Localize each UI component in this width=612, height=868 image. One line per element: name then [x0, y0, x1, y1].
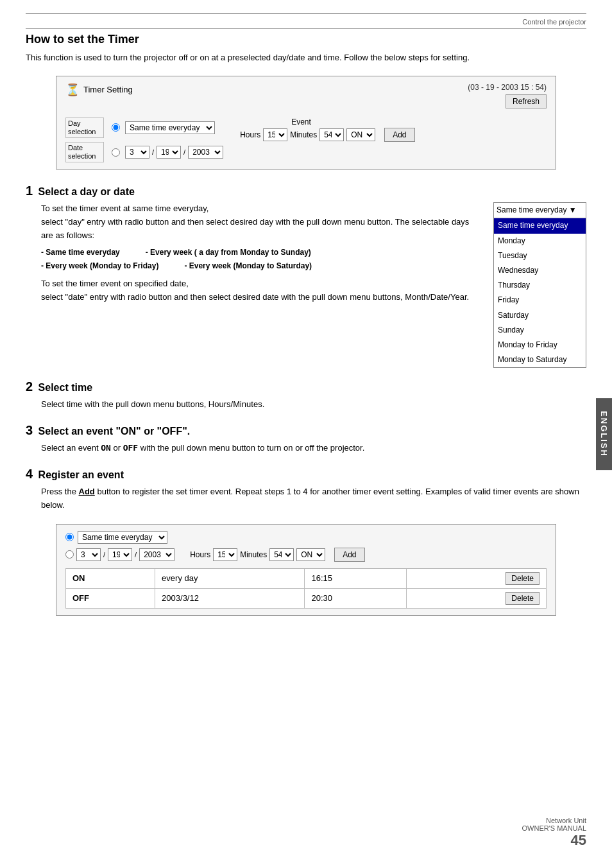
slash1: / — [152, 148, 154, 156]
step2: 2 Select time Select time with the pull … — [26, 379, 586, 412]
timer-setting-box: ⏳ Timer Setting (03 - 19 - 2003 15 : 54)… — [56, 76, 556, 170]
status-on: ON — [66, 568, 155, 588]
network-unit-label: Network Unit — [522, 817, 587, 824]
page-title: How to set the Timer — [26, 33, 586, 46]
bullet-same-time: - Same time everyday — [41, 247, 120, 259]
delete-button-1[interactable]: Delete — [506, 572, 540, 585]
dropdown-aside: Same time everyday ▼ Same time everyday … — [493, 202, 586, 368]
step2-num: 2 — [26, 379, 33, 394]
step2-heading: Select time — [38, 382, 92, 393]
status-off: OFF — [66, 588, 155, 608]
step3: 3 Select an event "ON" or "OFF". Select … — [26, 423, 586, 455]
step1-heading: Select a day or date — [38, 186, 135, 197]
dropdown-header[interactable]: Same time everyday ▼ — [494, 203, 586, 218]
dropdown-item-same-time[interactable]: Same time everyday — [494, 218, 586, 233]
slash2: / — [183, 148, 185, 156]
time-1615: 16:15 — [305, 568, 406, 588]
date-selection-label: Dateselection — [65, 142, 104, 162]
add-button[interactable]: Add — [384, 128, 414, 142]
event-label: Event — [291, 117, 311, 126]
year-dropdown2[interactable]: 2003 — [139, 548, 174, 561]
intro-text: This function is used to turn the projec… — [26, 51, 586, 64]
timer-title: Timer Setting — [83, 85, 133, 94]
schedule-date: 2003/3/12 — [155, 588, 305, 608]
bullet-every-week-any: - Every week ( a day from Monday to Sund… — [146, 247, 311, 259]
step4-num: 4 — [26, 467, 33, 481]
refresh-button[interactable]: Refresh — [506, 94, 547, 108]
dropdown-item-friday[interactable]: Friday — [494, 293, 586, 308]
add-button2[interactable]: Add — [334, 548, 364, 562]
minutes-label: Minutes — [290, 130, 317, 139]
step1-para3: To set the timer event on specified date… — [41, 277, 480, 291]
bullet-mon-fri: - Every week (Monday to Friday) — [41, 260, 158, 272]
dropdown-item-sunday[interactable]: Sunday — [494, 323, 586, 338]
minutes-label2: Minutes — [240, 550, 267, 559]
dropdown-item-saturday[interactable]: Saturday — [494, 308, 586, 323]
on-off-dropdown[interactable]: ON OFF — [346, 128, 375, 141]
hours-label2: Hours — [190, 550, 210, 559]
english-tab: ENGLISH — [596, 398, 612, 470]
step1-num: 1 — [26, 184, 33, 198]
step1: 1 Select a day or date To set the timer … — [26, 184, 586, 368]
day-dropdown[interactable]: Same time everyday Monday Tuesday Wednes… — [125, 121, 215, 134]
dropdown-item-mon-sat[interactable]: Monday to Saturday — [494, 352, 586, 367]
delete-button-2[interactable]: Delete — [506, 592, 540, 605]
to-text: to — [294, 487, 301, 496]
dropdown-item-thursday[interactable]: Thursday — [494, 278, 586, 293]
hours-dropdown[interactable]: 15 — [263, 128, 287, 141]
timer-box2: Same time everyday 3 / 19 / 2003 Hours 1… — [56, 524, 556, 616]
table-row: ON every day 16:15 Delete — [66, 568, 547, 588]
date-radio2[interactable] — [65, 550, 74, 559]
step1-para2: select "day" entry with radio button and… — [41, 216, 480, 243]
dropdown-item-wednesday[interactable]: Wednesday — [494, 263, 586, 278]
step1-para4: select "date" entry with radio button an… — [41, 291, 480, 304]
step3-body: Select an event ON or OFF with the pull … — [41, 442, 586, 455]
minutes-dropdown[interactable]: 54 — [319, 128, 344, 141]
slash3: / — [103, 551, 105, 559]
month-dropdown2[interactable]: 3 — [76, 548, 101, 561]
hours-label: Hours — [240, 130, 260, 139]
year-dropdown[interactable]: 2003 — [188, 146, 223, 159]
event-table: ON every day 16:15 Delete OFF 2003/3/12 … — [65, 568, 547, 609]
step4: 4 Register an event Press the Add button… — [26, 467, 586, 512]
hours-dropdown2[interactable]: 15 — [213, 548, 237, 561]
dropdown-item-mon-fri[interactable]: Monday to Friday — [494, 338, 586, 352]
step3-num: 3 — [26, 423, 33, 437]
step4-heading: Register an event — [38, 469, 124, 480]
dropdown-item-tuesday[interactable]: Tuesday — [494, 248, 586, 263]
day-selection-label: Dayselection — [65, 117, 104, 138]
delete-cell-1: Delete — [406, 568, 546, 588]
delete-cell-2: Delete — [406, 588, 546, 608]
schedule-everyday: every day — [155, 568, 305, 588]
step4-body: Press the Add button to register the set… — [41, 485, 586, 512]
step1-para1: To set the timer event at same time ever… — [41, 202, 480, 216]
date-dropdown2[interactable]: 19 — [108, 548, 132, 561]
day-radio2[interactable] — [65, 533, 74, 541]
bullet-mon-sat: - Every week (Monday to Saturday) — [184, 260, 312, 272]
slash4: / — [135, 551, 137, 559]
step1-bullets: - Same time everyday - Every week ( a da… — [41, 247, 480, 272]
step2-body: Select time with the pull down menu butt… — [41, 398, 586, 412]
timer-date-display: (03 - 19 - 2003 15 : 54) — [468, 83, 547, 92]
page-number: 45 — [571, 832, 586, 848]
header-label: Control the projector — [26, 18, 586, 29]
step3-heading: Select an event "ON" or "OFF". — [38, 426, 191, 437]
manual-label: OWNER'S MANUAL — [522, 824, 587, 832]
time-2030: 20:30 — [305, 588, 406, 608]
day-dropdown2[interactable]: Same time everyday — [78, 531, 167, 544]
bottom-labels: Network Unit OWNER'S MANUAL 45 — [522, 817, 587, 849]
date-radio[interactable] — [112, 148, 120, 157]
month-dropdown[interactable]: 3 — [125, 146, 149, 159]
dropdown-item-monday[interactable]: Monday — [494, 234, 586, 248]
minutes-dropdown2[interactable]: 54 — [269, 548, 294, 561]
date-dropdown[interactable]: 19 — [157, 146, 181, 159]
on-off-dropdown2[interactable]: ON OFF — [296, 548, 325, 561]
timer-icon: ⏳ — [65, 83, 80, 97]
table-row: OFF 2003/3/12 20:30 Delete — [66, 588, 547, 608]
day-radio[interactable] — [112, 123, 120, 132]
